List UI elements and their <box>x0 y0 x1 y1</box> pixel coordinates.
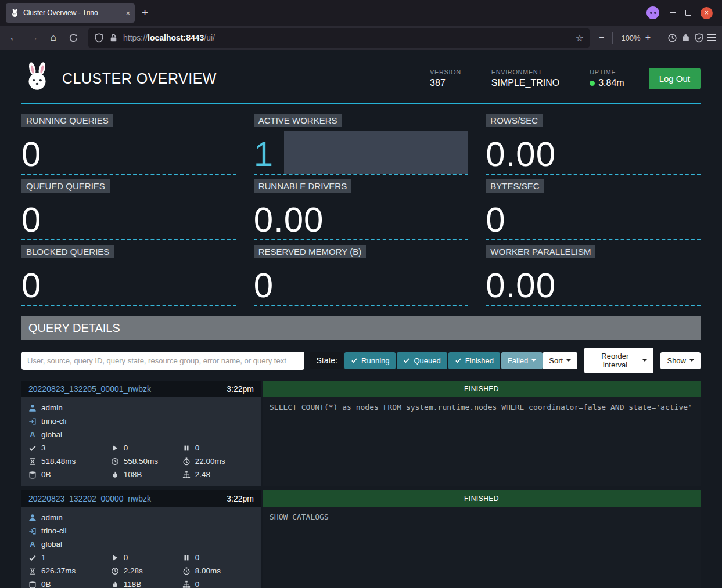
cumulative-memory: 108B <box>124 470 142 479</box>
filter-failed-dropdown[interactable]: Failed <box>501 352 543 369</box>
stat-sparkline: 0 <box>486 194 701 240</box>
query-id-link[interactable]: 20220823_132205_00001_nwbzk <box>28 384 151 394</box>
parallelism-icon <box>182 471 191 479</box>
cumulative-memory-icon <box>111 580 119 588</box>
running-splits: 0 <box>124 553 128 562</box>
query-source: trino-cli <box>41 526 67 535</box>
wall-time: 626.37ms <box>41 567 76 575</box>
current-memory: 0B <box>41 470 51 479</box>
stat-sparkline: 0 <box>21 128 236 175</box>
cpu-time: 8.00ms <box>195 567 221 575</box>
stat-label: BYTES/SEC <box>486 179 544 193</box>
running-splits-icon <box>111 554 119 562</box>
resource-group-icon: A <box>28 540 37 549</box>
check-icon <box>455 357 462 364</box>
running-splits: 0 <box>124 443 128 452</box>
bookmark-star-icon[interactable]: ☆ <box>576 33 584 44</box>
elapsed-time: 2.28s <box>124 567 143 575</box>
zoom-out-button[interactable]: − <box>599 33 604 43</box>
query-id-link[interactable]: 20220823_132202_00000_nwbzk <box>28 494 151 503</box>
new-tab-button[interactable]: + <box>142 6 148 19</box>
stat-value: 0 <box>254 268 274 305</box>
zoom-level[interactable]: 100% <box>621 34 640 42</box>
stat-rows-sec: ROWS/SEC 0.00 <box>486 114 701 175</box>
sort-dropdown[interactable]: Sort <box>543 352 577 369</box>
zoom-in-button[interactable]: + <box>645 33 651 43</box>
stat-runnable-drivers: RUNNABLE DRIVERS 0.00 <box>254 179 469 240</box>
query-stats-panel: admin trino-cli Aglobal 3 0 0 518.48ms 5… <box>21 397 261 486</box>
stat-sparkline: 1 <box>254 128 469 175</box>
filter-finished-button[interactable]: Finished <box>448 352 500 369</box>
query-user: admin <box>41 403 63 412</box>
show-dropdown[interactable]: Show <box>660 352 701 369</box>
resource-group-icon: A <box>28 430 37 439</box>
stat-value: 0 <box>21 268 41 305</box>
query-filter-toolbar: State: Running Queued Finished Failed So… <box>21 348 701 373</box>
uptime-value: 3.84m <box>598 78 624 88</box>
privacy-shield-icon[interactable] <box>694 33 704 43</box>
cluster-stats-grid: RUNNING QUERIES 0 ACTIVE WORKERS 1 ROWS/… <box>21 104 701 311</box>
current-memory-icon <box>28 471 37 479</box>
url-text[interactable]: https://localhost:8443/ui/ <box>123 33 571 42</box>
query-card-header: 20220823_132205_00001_nwbzk 3:22pm <box>21 381 261 397</box>
stat-value: 1 <box>254 137 274 174</box>
caret-down-icon <box>642 359 647 362</box>
stat-value: 0.00 <box>486 137 556 174</box>
user-icon <box>28 514 37 522</box>
logout-button[interactable]: Log Out <box>649 68 701 89</box>
reload-button[interactable] <box>65 30 81 46</box>
version-label: VERSION <box>430 68 461 75</box>
stat-reserved-memory: RESERVED MEMORY (B) 0 <box>254 245 469 306</box>
completed-splits-icon <box>28 554 37 562</box>
stat-running-queries: RUNNING QUERIES 0 <box>21 114 236 175</box>
search-input[interactable] <box>21 352 304 370</box>
browser-tab-bar: Cluster Overview - Trino × + × <box>0 0 722 26</box>
version-value: 387 <box>430 78 461 88</box>
tab-close-icon[interactable]: × <box>125 9 130 17</box>
tracking-shield-icon[interactable] <box>94 33 104 43</box>
history-clock-icon[interactable] <box>667 33 677 43</box>
query-source: trino-cli <box>41 417 67 425</box>
stat-label: BLOCKED QUERIES <box>21 245 114 258</box>
container-icon[interactable] <box>646 6 659 19</box>
window-maximize-button[interactable] <box>685 10 691 16</box>
stat-sparkline: 0.00 <box>486 128 701 175</box>
url-bar[interactable]: https://localhost:8443/ui/ ☆ <box>88 28 590 48</box>
elapsed-time: 558.50ms <box>124 457 158 466</box>
environment-value: SIMPLE_TRINO <box>491 78 559 88</box>
lock-icon[interactable] <box>109 33 118 43</box>
parallelism-icon <box>182 580 191 588</box>
window-close-button[interactable]: × <box>701 7 713 19</box>
page-header: CLUSTER OVERVIEW VERSION 387 ENVIRONMENT… <box>21 50 701 104</box>
stat-blocked-queries: BLOCKED QUERIES 0 <box>21 245 236 306</box>
cpu-time: 22.00ms <box>195 457 225 466</box>
browser-tab[interactable]: Cluster Overview - Trino × <box>6 3 135 23</box>
stat-label: WORKER PARALLELISM <box>486 245 595 258</box>
home-button[interactable]: ⌂ <box>45 30 62 46</box>
wall-time-icon <box>28 567 37 575</box>
caret-down-icon <box>566 359 571 362</box>
stat-active-workers: ACTIVE WORKERS 1 <box>254 114 469 175</box>
window-minimize-button[interactable] <box>670 12 676 13</box>
trino-favicon-icon <box>10 9 19 17</box>
filter-running-button[interactable]: Running <box>344 352 396 369</box>
reorder-interval-dropdown[interactable]: Reorder Interval <box>584 348 653 373</box>
stat-value: 0.00 <box>486 268 556 305</box>
stat-label: QUEUED QUERIES <box>21 179 110 193</box>
stat-value: 0 <box>21 137 41 174</box>
stat-sparkline: 0 <box>21 259 236 306</box>
uptime-status-dot <box>590 81 595 86</box>
filter-queued-button[interactable]: Queued <box>397 352 447 369</box>
stat-label: ROWS/SEC <box>486 114 543 127</box>
check-icon <box>351 357 358 364</box>
query-time: 3:22pm <box>227 494 254 503</box>
menu-icon[interactable] <box>707 34 716 41</box>
stat-sparkline: 0 <box>21 194 236 240</box>
query-card-header: 20220823_132202_00000_nwbzk 3:22pm <box>21 490 261 507</box>
back-button[interactable]: ← <box>6 30 22 46</box>
stat-label: ACTIVE WORKERS <box>254 114 342 127</box>
query-status-bar: FINISHED <box>263 490 701 507</box>
stat-bytes-sec: BYTES/SEC 0 <box>486 179 701 240</box>
forward-button[interactable]: → <box>26 30 42 46</box>
extension-icon[interactable] <box>681 33 691 43</box>
